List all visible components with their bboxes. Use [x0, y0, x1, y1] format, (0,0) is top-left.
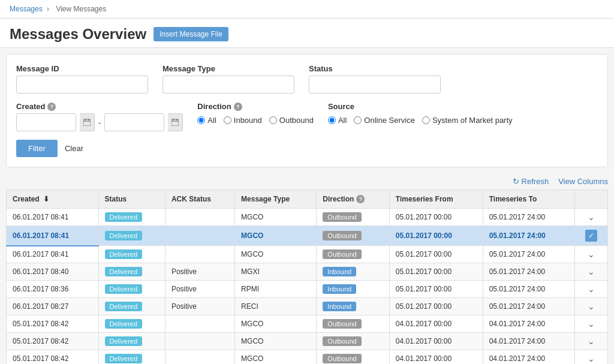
- cell-created: 05.01.2017 08:42: [7, 315, 99, 333]
- table-row: 05.01.2017 08:42 Delivered MGCO Outbound…: [7, 350, 608, 365]
- table-row: 05.01.2017 08:42 Delivered MGCO Outbound…: [7, 315, 608, 333]
- cell-ack-status: [165, 350, 234, 365]
- status-group: Status: [309, 64, 441, 94]
- cell-direction: Outbound: [317, 246, 389, 263]
- cell-direction: Outbound: [317, 350, 389, 365]
- status-badge: Delivered: [105, 319, 142, 329]
- date-to-calendar-icon[interactable]: [168, 113, 183, 131]
- source-market-radio[interactable]: [422, 116, 430, 124]
- cell-expand[interactable]: ✓: [575, 226, 608, 246]
- date-from-input[interactable]: 02.01.2017: [16, 113, 76, 131]
- source-all-radio[interactable]: [328, 116, 336, 124]
- direction-badge: Outbound: [323, 354, 361, 363]
- direction-badge: Outbound: [323, 336, 361, 346]
- cell-message-type: MGCO: [235, 350, 317, 365]
- cell-expand[interactable]: ⌄: [575, 298, 608, 315]
- breadcrumb-parent[interactable]: Messages: [10, 5, 43, 13]
- cell-ack-status: [165, 246, 234, 263]
- cell-direction: Inbound: [317, 281, 389, 298]
- th-direction: Direction ?: [317, 190, 389, 209]
- cell-status: Delivered: [98, 298, 165, 315]
- filter-button[interactable]: Filter: [16, 140, 58, 157]
- source-all-label[interactable]: All: [328, 116, 347, 125]
- status-badge: Delivered: [105, 336, 142, 346]
- cell-ts-from: 05.01.2017 00:00: [389, 263, 483, 281]
- direction-outbound-label[interactable]: Outbound: [269, 116, 314, 125]
- th-ack-status: ACK Status: [165, 190, 234, 209]
- cell-expand[interactable]: ⌄: [575, 209, 608, 226]
- sort-icon-created: ⬇: [43, 195, 49, 203]
- cell-ts-from: 05.01.2017 00:00: [389, 226, 483, 246]
- table-row: 05.01.2017 08:42 Delivered MGCO Outbound…: [7, 333, 608, 350]
- th-created[interactable]: Created ⬇: [7, 190, 99, 209]
- expand-icon[interactable]: ⌄: [588, 302, 595, 311]
- expand-icon[interactable]: ⌄: [588, 267, 595, 276]
- cell-ts-to: 05.01.2017 24:00: [483, 281, 575, 298]
- insert-message-file-button[interactable]: Insert Message File: [154, 27, 228, 41]
- cell-ts-to: 05.01.2017 24:00: [483, 226, 575, 246]
- status-badge: Delivered: [105, 231, 142, 240]
- cell-ts-to: 05.01.2017 24:00: [483, 298, 575, 315]
- cell-ts-from: 05.01.2017 00:00: [389, 246, 483, 263]
- table-header: Created ⬇ Status ACK Status Message Type…: [7, 190, 608, 209]
- cell-expand[interactable]: ⌄: [575, 315, 608, 333]
- expand-icon[interactable]: ⌄: [588, 336, 595, 346]
- source-online-radio[interactable]: [354, 116, 362, 124]
- cell-status: Delivered: [98, 333, 165, 350]
- status-input[interactable]: [309, 76, 441, 94]
- refresh-button[interactable]: ↻ Refresh: [513, 177, 549, 186]
- expand-icon[interactable]: ⌄: [588, 212, 595, 222]
- view-columns-button[interactable]: View Columns: [558, 177, 608, 186]
- table-row: 06.01.2017 08:27 Delivered Positive RECI…: [7, 298, 608, 315]
- filter-actions: Filter Clear: [16, 140, 598, 157]
- clear-button[interactable]: Clear: [65, 144, 83, 153]
- cell-message-type: MGCO: [235, 226, 317, 246]
- direction-all-label[interactable]: All: [197, 116, 216, 125]
- cell-ack-status: [165, 209, 234, 226]
- cell-ack-status: [165, 333, 234, 350]
- direction-outbound-radio[interactable]: [269, 116, 277, 124]
- cell-ts-to: 04.01.2017 24:00: [483, 350, 575, 365]
- date-from-calendar-icon[interactable]: [80, 113, 95, 131]
- cell-direction: Inbound: [317, 263, 389, 281]
- cell-ts-from: 05.01.2017 00:00: [389, 281, 483, 298]
- source-market-label[interactable]: System of Market party: [422, 116, 513, 125]
- breadcrumb: Messages › View Messages: [0, 0, 614, 19]
- date-to-input[interactable]: 09.01.2017: [104, 113, 164, 131]
- cell-created: 06.01.2017 08:41: [7, 246, 99, 263]
- cell-message-type: MGXI: [235, 263, 317, 281]
- table-row: 06.01.2017 08:41 Delivered MGCO Outbound…: [7, 226, 608, 246]
- cell-expand[interactable]: ⌄: [575, 350, 608, 365]
- cell-ts-to: 05.01.2017 24:00: [483, 246, 575, 263]
- direction-radio-group: All Inbound Outbound: [197, 116, 314, 125]
- th-actions: [575, 190, 608, 209]
- cell-ts-to: 05.01.2017 24:00: [483, 263, 575, 281]
- source-online-label[interactable]: Online Service: [354, 116, 415, 125]
- expand-icon[interactable]: ⌄: [588, 354, 595, 363]
- cell-status: Delivered: [98, 281, 165, 298]
- expand-checked-icon[interactable]: ✓: [585, 230, 597, 242]
- direction-inbound-radio[interactable]: [224, 116, 231, 124]
- direction-inbound-label[interactable]: Inbound: [224, 116, 262, 125]
- table-row: 06.01.2017 08:40 Delivered Positive MGXI…: [7, 263, 608, 281]
- expand-icon[interactable]: ⌄: [588, 319, 595, 329]
- th-timeseries-to: Timeseries To: [483, 190, 575, 209]
- message-id-input[interactable]: [16, 76, 148, 94]
- date-range-separator: -: [98, 118, 101, 127]
- status-badge: Delivered: [105, 354, 142, 363]
- message-type-input[interactable]: [162, 76, 294, 94]
- direction-all-radio[interactable]: [197, 116, 205, 124]
- cell-expand[interactable]: ⌄: [575, 333, 608, 350]
- expand-icon[interactable]: ⌄: [588, 284, 595, 294]
- cell-expand[interactable]: ⌄: [575, 263, 608, 281]
- th-timeseries-from: Timeseries From: [389, 190, 483, 209]
- page-header: Messages Overview Insert Message File: [0, 19, 614, 48]
- cell-expand[interactable]: ⌄: [575, 246, 608, 263]
- cell-direction: Outbound: [317, 226, 389, 246]
- cell-created: 06.01.2017 08:36: [7, 281, 99, 298]
- status-badge: Delivered: [105, 212, 142, 222]
- cell-expand[interactable]: ⌄: [575, 281, 608, 298]
- cell-message-type: RECI: [235, 298, 317, 315]
- cell-created: 06.01.2017 08:41: [7, 226, 99, 246]
- expand-icon[interactable]: ⌄: [588, 249, 595, 259]
